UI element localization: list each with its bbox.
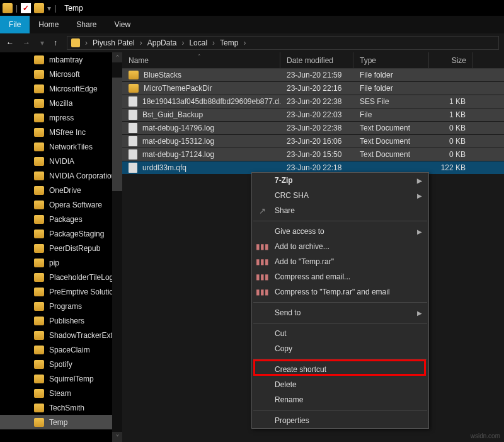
sidebar-item[interactable]: PlaceholderTileLogoFolder <box>0 270 122 284</box>
column-size[interactable]: Size <box>429 52 473 68</box>
window-title: Temp <box>64 4 83 13</box>
column-name[interactable]: Name <box>122 52 280 68</box>
sidebar-item-label: Publishers <box>49 317 84 325</box>
sidebar-item[interactable]: mbamtray <box>0 52 122 67</box>
sidebar-item[interactable]: MicrosoftEdge <box>0 81 122 96</box>
sidebar-item[interactable]: NVIDIA Corporation <box>0 168 122 183</box>
column-type[interactable]: Type <box>353 52 429 68</box>
breadcrumb[interactable]: Temp <box>220 38 238 47</box>
tab-share[interactable]: Share <box>67 16 105 33</box>
folder-icon <box>34 99 44 108</box>
tab-view[interactable]: View <box>105 16 139 33</box>
sidebar-item[interactable]: PreEmptive Solutions <box>0 284 122 299</box>
scroll-down-button[interactable]: ˅ <box>112 432 122 442</box>
table-row[interactable]: BlueStacks23-Jun-20 21:59File folder <box>122 69 504 82</box>
menu-add-archive[interactable]: ▮▮▮Add to archive... <box>252 239 428 254</box>
table-row[interactable]: mat-debug-14796.log23-Jun-20 22:38Text D… <box>122 122 504 135</box>
file-name: BlueStacks <box>144 71 181 79</box>
folder-icon <box>34 142 44 151</box>
menu-delete[interactable]: Delete <box>252 377 428 392</box>
check-icon[interactable]: ✓ <box>21 3 31 13</box>
table-row[interactable]: Bst_Guid_Backup23-Jun-20 22:03File1 KB <box>122 108 504 122</box>
menu-separator <box>253 323 427 323</box>
file-date: 23-Jun-20 22:18 <box>280 163 353 172</box>
file-type: File folder <box>353 71 429 79</box>
share-icon: ↗ <box>257 206 267 216</box>
sidebar-item[interactable]: Programs <box>0 299 122 313</box>
address-bar[interactable]: › Piyush Patel › AppData › Local › Temp … <box>67 36 499 50</box>
file-name: urddl33m.qfq <box>142 163 186 172</box>
menu-give-access[interactable]: Give access to▶ <box>252 224 428 239</box>
chevron-right-icon: ▶ <box>417 177 422 184</box>
menu-add-temp[interactable]: ▮▮▮Add to "Temp.rar" <box>252 254 428 269</box>
sidebar-item-label: Opera Software <box>49 201 102 209</box>
chevron-right-icon: › <box>140 38 142 47</box>
folder-icon <box>34 389 44 398</box>
table-row[interactable]: 18e190413af045db88dfbd29609eb877.d...23-… <box>122 95 504 108</box>
up-button[interactable]: ↑ <box>50 38 60 47</box>
tab-home[interactable]: Home <box>30 16 67 33</box>
menu-create-shortcut[interactable]: Create shortcut <box>252 362 428 377</box>
forward-button[interactable]: → <box>21 38 32 47</box>
menu-compress-email[interactable]: ▮▮▮Compress and email... <box>252 269 428 284</box>
sidebar-item[interactable]: Mozilla <box>0 96 122 110</box>
tab-file[interactable]: File <box>0 16 30 33</box>
menu-send-to[interactable]: Send to▶ <box>252 305 428 320</box>
column-date[interactable]: Date modified <box>280 52 353 68</box>
sidebar-item[interactable]: Microsoft <box>0 67 122 81</box>
folder-icon <box>34 273 44 282</box>
file-icon <box>129 96 137 107</box>
folder-icon <box>34 302 44 311</box>
sidebar-item[interactable]: NVIDIA <box>0 154 122 168</box>
back-button[interactable]: ← <box>5 38 15 47</box>
menu-compress-temp[interactable]: ▮▮▮Compress to "Temp.rar" and email <box>252 284 428 300</box>
file-size: 122 KB <box>429 163 473 172</box>
menu-copy[interactable]: Copy <box>252 341 428 356</box>
sidebar-item[interactable]: pip <box>0 255 122 270</box>
history-dropdown[interactable]: ▾ <box>40 38 44 47</box>
sidebar-item[interactable]: TechSmith <box>0 400 122 415</box>
breadcrumb[interactable]: Piyush Patel <box>93 38 135 47</box>
sidebar-item[interactable]: PackageStaging <box>0 226 122 241</box>
sidebar-item[interactable]: NetworkTiles <box>0 139 122 154</box>
scrollbar-thumb[interactable] <box>112 78 122 191</box>
sidebar-item[interactable]: PeerDistRepub <box>0 241 122 255</box>
menu-separator <box>253 221 427 221</box>
sidebar-item[interactable]: Publishers <box>0 313 122 328</box>
folder-icon <box>129 71 139 79</box>
menu-crcsha[interactable]: CRC SHA▶ <box>252 188 428 203</box>
menu-rename[interactable]: Rename <box>252 392 428 407</box>
sidebar-item-label: Microsoft <box>49 70 80 79</box>
sidebar-item[interactable]: mpress <box>0 110 122 125</box>
sidebar-item[interactable]: Packages <box>0 212 122 226</box>
table-row[interactable]: mat-debug-17124.log23-Jun-20 15:50Text D… <box>122 148 504 161</box>
sidebar-item[interactable]: MSfree Inc <box>0 125 122 139</box>
menu-separator <box>253 359 427 359</box>
menu-cut[interactable]: Cut <box>252 326 428 341</box>
folder-icon <box>129 84 139 93</box>
file-name: MicroThemePackDir <box>144 84 212 93</box>
sidebar-item[interactable]: SpaceClaim <box>0 342 122 357</box>
context-menu: 7-Zip▶ CRC SHA▶ ↗Share Give access to▶ ▮… <box>251 172 429 429</box>
file-name: mat-debug-17124.log <box>142 150 214 159</box>
table-row[interactable]: mat-debug-15312.log23-Jun-20 16:06Text D… <box>122 135 504 148</box>
dropdown-icon[interactable]: ▾ <box>47 4 51 13</box>
sidebar-item-label: SquirrelTemp <box>49 375 94 383</box>
sidebar-item[interactable]: Steam <box>0 386 122 400</box>
sidebar-item[interactable]: Opera Software <box>0 197 122 212</box>
sidebar-item-label: Steam <box>49 389 71 398</box>
breadcrumb[interactable]: AppData <box>147 38 177 47</box>
sidebar-item-label: pip <box>49 259 59 267</box>
menu-7zip[interactable]: 7-Zip▶ <box>252 173 428 188</box>
folder-icon <box>34 186 44 195</box>
sidebar-item[interactable]: Temp <box>0 415 122 429</box>
scroll-up-button[interactable]: ˄ <box>112 52 122 62</box>
sidebar-item[interactable]: Spotify <box>0 357 122 371</box>
menu-properties[interactable]: Properties <box>252 413 428 428</box>
table-row[interactable]: MicroThemePackDir23-Jun-20 22:16File fol… <box>122 82 504 95</box>
sidebar-item[interactable]: SquirrelTemp <box>0 371 122 386</box>
sidebar-item[interactable]: OneDrive <box>0 183 122 197</box>
folder-icon <box>34 201 44 209</box>
breadcrumb[interactable]: Local <box>189 38 207 47</box>
sidebar-item[interactable]: ShadowTrackerExtra <box>0 328 122 342</box>
